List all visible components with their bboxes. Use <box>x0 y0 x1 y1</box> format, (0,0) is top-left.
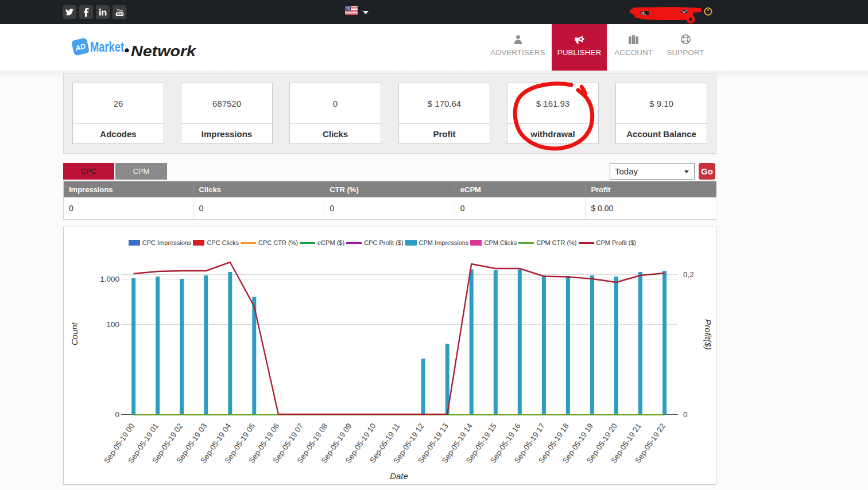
svg-text:Network: Network <box>131 43 196 59</box>
svg-text:You: You <box>117 9 123 12</box>
svg-text:it.: it. <box>641 10 646 16</box>
svg-text:0,2: 0,2 <box>683 270 694 279</box>
svg-text:100: 100 <box>106 320 119 329</box>
svg-text:Tube: Tube <box>116 13 123 15</box>
svg-text:Count: Count <box>69 322 79 345</box>
svg-text:Date: Date <box>390 471 408 481</box>
svg-text:0: 0 <box>683 410 688 419</box>
svg-text:0: 0 <box>115 410 119 419</box>
svg-text:1.000: 1.000 <box>100 275 119 283</box>
svg-text:Profit($): Profit($) <box>703 319 713 349</box>
svg-text:Market: Market <box>90 40 124 55</box>
